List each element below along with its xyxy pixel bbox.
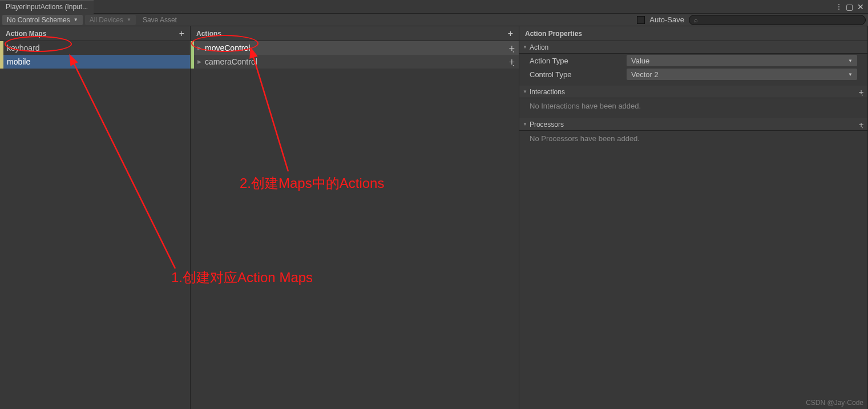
titlebar: PlayerInputActions (Input... ▢ ✕	[0, 0, 868, 14]
save-asset-button[interactable]: Save Asset	[138, 15, 181, 25]
watermark: CSDN @Jay-Code	[806, 399, 863, 407]
map-marker	[0, 55, 3, 69]
autosave-label: Auto-Save	[649, 15, 684, 24]
fold-down-icon: ▼	[523, 45, 527, 50]
action-marker	[191, 41, 194, 55]
add-binding-button[interactable]: +̣	[508, 43, 515, 53]
processors-empty-msg: No Processors have been added.	[519, 131, 867, 146]
control-schemes-dropdown[interactable]: No Control Schemes▼	[2, 15, 83, 25]
action-type-row: Action Type Value▼	[519, 54, 867, 67]
map-item-keyboard[interactable]: keyboard	[0, 41, 190, 55]
chevron-down-icon: ▼	[127, 17, 131, 22]
fold-down-icon: ▼	[523, 89, 527, 94]
fold-down-icon: ▼	[523, 122, 527, 127]
map-item-mobile[interactable]: mobile	[0, 55, 190, 69]
action-item-movecontrol[interactable]: ▶ moveControl +̣	[191, 41, 519, 55]
kebab-menu-icon[interactable]	[836, 4, 842, 10]
add-processor-button[interactable]: +̣	[858, 121, 864, 129]
action-type-dropdown[interactable]: Value▼	[627, 55, 857, 66]
actions-panel: Actions + ▶ moveControl +̣ ▶ cameraContr…	[191, 26, 519, 409]
add-action-button[interactable]: +	[508, 29, 513, 39]
control-type-dropdown[interactable]: Vector 2▼	[627, 69, 857, 80]
action-item-cameracontrol[interactable]: ▶ cameraControl +̣	[191, 55, 519, 69]
chevron-down-icon: ▼	[848, 58, 853, 63]
toolbar: No Control Schemes▼ All Devices▼ Save As…	[0, 14, 868, 26]
add-map-button[interactable]: +	[179, 29, 184, 39]
properties-panel: Action Properties ▼ Action Action Type V…	[519, 26, 868, 409]
caret-right-icon[interactable]: ▶	[197, 59, 201, 65]
search-input[interactable]: ⌕	[689, 15, 866, 25]
action-section-header[interactable]: ▼ Action	[519, 41, 867, 54]
devices-dropdown[interactable]: All Devices▼	[85, 15, 136, 25]
chevron-down-icon: ▼	[848, 72, 853, 77]
caret-right-icon[interactable]: ▶	[197, 45, 201, 51]
interactions-section-header[interactable]: ▼ Interactions +̣	[519, 86, 867, 98]
action-marker	[191, 55, 194, 69]
properties-header: Action Properties	[519, 26, 867, 41]
add-binding-button[interactable]: +̣	[508, 57, 515, 66]
chevron-down-icon: ▼	[74, 17, 78, 22]
interactions-empty-msg: No Interactions have been added.	[519, 98, 867, 114]
actions-header: Actions +	[191, 26, 519, 41]
processors-section-header[interactable]: ▼ Processors +̣	[519, 118, 867, 131]
action-maps-panel: Action Maps + keyboard mobile	[0, 26, 191, 409]
control-type-row: Control Type Vector 2▼	[519, 67, 867, 81]
map-marker	[0, 41, 3, 55]
action-maps-header: Action Maps +	[0, 26, 190, 41]
search-icon: ⌕	[694, 17, 698, 23]
autosave-checkbox[interactable]	[637, 16, 645, 24]
close-icon[interactable]: ✕	[857, 3, 865, 11]
add-interaction-button[interactable]: +̣	[858, 88, 864, 96]
maximize-icon[interactable]: ▢	[845, 3, 853, 11]
window-tab[interactable]: PlayerInputActions (Input...	[0, 0, 94, 14]
